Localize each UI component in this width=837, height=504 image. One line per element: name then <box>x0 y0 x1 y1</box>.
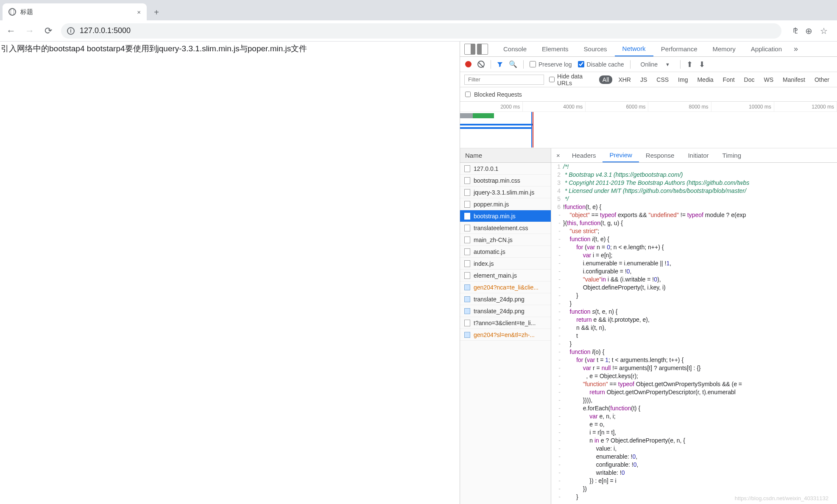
devtools-tab-application[interactable]: Application <box>743 42 790 56</box>
tab-title: 标题 <box>20 8 133 16</box>
type-filter-font[interactable]: Font <box>720 75 738 84</box>
file-icon <box>464 237 470 243</box>
devtools-panel: ConsoleElementsSourcesNetworkPerformance… <box>460 42 837 504</box>
type-filter-js[interactable]: JS <box>637 75 650 84</box>
file-icon <box>464 165 470 172</box>
request-row[interactable]: index.js <box>460 258 551 270</box>
new-tab-button[interactable]: + <box>150 6 163 19</box>
reload-button[interactable]: ⟳ <box>41 23 56 39</box>
clear-button[interactable] <box>477 61 485 68</box>
type-filter-media[interactable]: Media <box>694 75 717 84</box>
disable-cache-checkbox[interactable]: Disable cache <box>578 61 624 68</box>
type-filter-all[interactable]: All <box>599 75 613 84</box>
browser-tab[interactable]: 标题 × <box>3 3 147 20</box>
bookmark-icon[interactable]: ☆ <box>820 26 828 36</box>
request-row[interactable]: gen204?nca=te_li&clie... <box>460 281 551 293</box>
filter-icon[interactable] <box>497 61 503 67</box>
file-icon <box>464 272 470 279</box>
inspect-icon[interactable] <box>464 44 475 55</box>
name-column-header[interactable]: Name <box>460 148 551 163</box>
request-list: Name 127.0.0.1bootstrap.min.cssjquery-3.… <box>460 148 551 504</box>
watermark-text: https://blog.csdn.net/weixin_40331132 <box>735 495 829 501</box>
timeline-bar <box>460 127 532 129</box>
load-line <box>533 112 533 148</box>
request-row[interactable]: translateelement.css <box>460 222 551 234</box>
device-toggle-icon[interactable] <box>477 44 488 55</box>
request-row[interactable]: t?anno=3&client=te_li... <box>460 317 551 329</box>
preview-pane[interactable]: 1/*!2 * Bootstrap v4.3.1 (https://getboo… <box>551 163 837 504</box>
image-icon <box>464 284 470 290</box>
request-row[interactable]: gen204?sl=en&tl=zh-... <box>460 329 551 341</box>
type-filter-ws[interactable]: WS <box>761 75 777 84</box>
image-icon <box>464 308 470 314</box>
domcontent-line <box>531 112 532 148</box>
forward-button[interactable]: → <box>22 23 37 39</box>
url-bar[interactable]: i 127.0.0.1:5000 <box>61 23 781 39</box>
file-icon <box>464 201 470 208</box>
request-row[interactable]: element_main.js <box>460 270 551 281</box>
request-row[interactable]: bootstrap.min.css <box>460 175 551 187</box>
type-filter-manifest[interactable]: Manifest <box>779 75 809 84</box>
search-icon[interactable]: 🔍 <box>509 60 517 68</box>
network-toolbar: 🔍 Preserve log Disable cache Online ▼ ⬆ … <box>460 57 837 72</box>
request-detail: × HeadersPreviewResponseInitiatorTiming … <box>551 148 837 504</box>
timeline-bar <box>460 124 533 125</box>
request-row[interactable]: main_zh-CN.js <box>460 234 551 246</box>
detail-tab-preview[interactable]: Preview <box>603 148 639 162</box>
close-icon[interactable]: × <box>137 8 141 16</box>
devtools-tabbar: ConsoleElementsSourcesNetworkPerformance… <box>460 42 837 57</box>
image-icon <box>464 296 470 302</box>
detail-tab-initiator[interactable]: Initiator <box>681 148 715 162</box>
url-text: 127.0.0.1:5000 <box>80 26 776 35</box>
detail-tab-headers[interactable]: Headers <box>565 148 603 162</box>
download-har-icon[interactable]: ⬇ <box>699 60 705 69</box>
devtools-tab-performance[interactable]: Performance <box>653 42 705 56</box>
type-filter-xhr[interactable]: XHR <box>615 75 634 84</box>
request-row[interactable]: jquery-3.3.1.slim.min.js <box>460 187 551 198</box>
file-icon <box>464 260 470 267</box>
globe-icon <box>8 8 16 16</box>
type-filter-img[interactable]: Img <box>675 75 691 84</box>
upload-har-icon[interactable]: ⬆ <box>686 60 693 69</box>
more-tabs-button[interactable]: » <box>790 45 802 53</box>
network-timeline[interactable]: 2000 ms4000 ms6000 ms8000 ms10000 ms1200… <box>460 102 837 148</box>
file-icon <box>464 320 470 326</box>
hide-data-urls-checkbox[interactable]: Hide data URLs <box>549 73 594 86</box>
throttling-select[interactable]: Online ▼ <box>636 61 674 68</box>
request-row[interactable]: automatic.js <box>460 246 551 258</box>
zoom-icon[interactable]: ⊕ <box>805 26 812 36</box>
back-button[interactable]: ← <box>3 23 19 39</box>
request-row[interactable]: popper.min.js <box>460 198 551 210</box>
file-icon <box>464 213 470 220</box>
devtools-tab-network[interactable]: Network <box>615 42 653 56</box>
request-row[interactable]: translate_24dp.png <box>460 305 551 317</box>
site-info-icon[interactable]: i <box>67 27 75 35</box>
image-icon <box>464 332 470 338</box>
blocked-requests-toggle[interactable]: Blocked Requests <box>460 87 837 102</box>
devtools-tab-memory[interactable]: Memory <box>705 42 743 56</box>
request-row[interactable]: bootstrap.min.js <box>460 210 551 222</box>
devtools-tab-console[interactable]: Console <box>496 42 534 56</box>
request-row[interactable]: 127.0.0.1 <box>460 163 551 175</box>
record-button[interactable] <box>465 61 472 67</box>
browser-tabstrip: 标题 × + <box>0 0 837 20</box>
filter-input[interactable] <box>464 75 544 85</box>
translate-icon[interactable]: ⅊ <box>793 26 798 36</box>
devtools-tab-elements[interactable]: Elements <box>534 42 576 56</box>
file-icon <box>464 248 470 255</box>
network-filter-bar: Hide data URLs AllXHRJSCSSImgMediaFontDo… <box>460 72 837 87</box>
address-bar: ← → ⟳ i 127.0.0.1:5000 ⅊ ⊕ ☆ <box>0 20 837 42</box>
type-filter-doc[interactable]: Doc <box>741 75 758 84</box>
file-icon <box>464 225 470 231</box>
type-filter-css[interactable]: CSS <box>653 75 672 84</box>
request-row[interactable]: translate_24dp.png <box>460 293 551 305</box>
type-filter-other[interactable]: Other <box>811 75 833 84</box>
preserve-log-checkbox[interactable]: Preserve log <box>530 61 572 68</box>
detail-tab-timing[interactable]: Timing <box>716 148 748 162</box>
file-icon <box>464 177 470 184</box>
detail-tab-response[interactable]: Response <box>639 148 681 162</box>
timeline-bar <box>473 113 494 118</box>
file-icon <box>464 189 470 196</box>
close-detail-button[interactable]: × <box>551 152 565 159</box>
devtools-tab-sources[interactable]: Sources <box>576 42 615 56</box>
